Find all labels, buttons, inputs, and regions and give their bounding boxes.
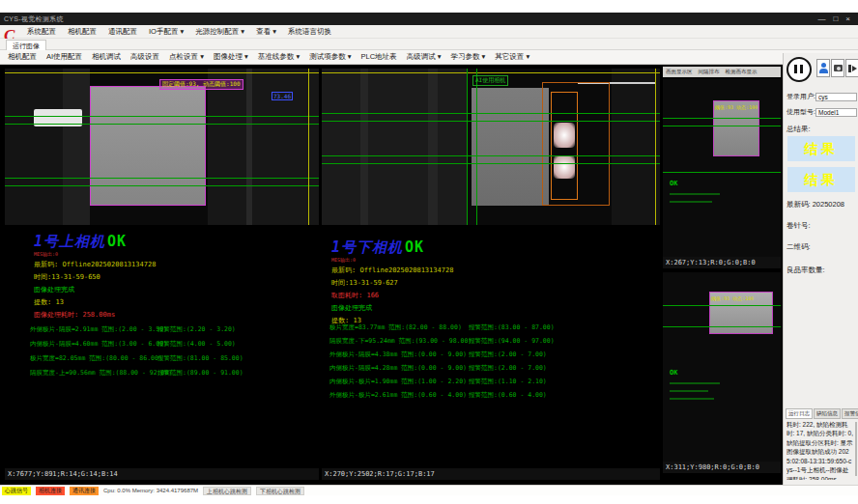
log-tabs: 运行日志 缺陷信息 报警信息: [786, 408, 857, 419]
overlay-green-line-3: [322, 155, 660, 156]
left-camera-info: 1号上相机OK MES输出:0 最新码: Offline202502081313…: [34, 233, 156, 320]
lower-camera-heartbeat: 下相机心跳检测: [256, 487, 304, 495]
user-icon: [821, 63, 826, 68]
user-lock-button[interactable]: [816, 59, 830, 77]
tool-ai-config[interactable]: AI使用配置: [46, 52, 82, 62]
measurement-row: 内侧极片-隔膜=4.28mm 范围:(0.00 - 9.00)报警范围:(2.0…: [329, 364, 656, 378]
preview-header-strip: 画面显示区 间隔排布 检测画布显示: [663, 67, 781, 77]
left-measurement-rows: 外侧极片-隔膜=2.91mm 范围:(2.00 - 3.50)报警范围:(2.2…: [30, 325, 315, 383]
overlay-green-line: [663, 305, 781, 306]
login-user-field[interactable]: cys: [815, 93, 857, 101]
process-done-line: 图像处理完成: [331, 303, 453, 313]
preview-text-smudge: [670, 390, 708, 392]
latest-code-label: 最新码: 20250208: [786, 200, 844, 210]
menu-item-view[interactable]: 查看 ▾: [256, 27, 276, 37]
bright-spot: [554, 155, 575, 179]
menu-item-camera-config[interactable]: 相机配置: [68, 27, 97, 37]
middle-camera-canvas[interactable]: AI使用相机: [322, 69, 660, 225]
alarm-text: 报警范围:(2.00 - 7.00): [469, 350, 547, 359]
pin-number-label: 卷针号:: [786, 221, 811, 231]
tool-baseline-params[interactable]: 基准线参数 ▾: [258, 52, 300, 62]
log-tab-run[interactable]: 运行日志: [786, 408, 813, 419]
alarm-text: 报警范围:(89.00 - 91.00): [157, 369, 243, 378]
control-panel: 登录用户: cys 使用型号: Model1 总结果: 结果 结果 最新码: 2…: [783, 53, 858, 485]
log-tab-defect[interactable]: 缺陷信息: [814, 408, 841, 419]
app-window: CYS-视觉检测系统 — □ × C 系统配置 相机配置 通讯配置 IO手配置 …: [0, 0, 858, 504]
menu-item-io-config[interactable]: IO手配置 ▾: [149, 27, 184, 37]
menu-item-light-config[interactable]: 光源控制配置 ▾: [195, 27, 244, 37]
blue-measure-marker: 73.46: [272, 92, 293, 100]
preview-canvas-top[interactable]: 阈值:93 动态:100 OK: [663, 79, 781, 257]
control-buttons: [786, 57, 856, 86]
preview-text-smudge: [670, 201, 712, 203]
camera-tool-button[interactable]: [831, 59, 844, 77]
tool-camera-config[interactable]: 相机配置: [8, 52, 37, 62]
machine-right-band: [208, 69, 319, 225]
measurement-row: 隔膜宽度-下=95.24mm 范围:(93.00 - 98.00)报警范围:(9…: [329, 337, 656, 350]
menu-item-system-config[interactable]: 系统配置: [27, 27, 56, 37]
close-icon[interactable]: ×: [845, 14, 850, 24]
alarm-text: 报警范围:(2.00 - 7.00): [469, 364, 547, 373]
log-tab-alarm[interactable]: 报警信息: [842, 408, 858, 419]
overlay-green-line: [663, 118, 781, 119]
overlay-green-line: [663, 126, 781, 126]
process-done-line: 图像处理完成: [34, 285, 156, 294]
tab-run-image[interactable]: 运行图像: [6, 40, 46, 50]
measurement-row: 内侧极片-极片=1.90mm 范围:(1.00 - 2.20)报警范围:(1.1…: [329, 378, 656, 391]
tool-other-settings[interactable]: 其它设置 ▾: [495, 52, 529, 62]
left-camera-panel: 固定阈值:93, 动态阈值:100 73.46 1号上相机OK MES输出:0 …: [5, 67, 319, 480]
alarm-text: 报警范围:(2.20 - 3.20): [157, 325, 236, 334]
upper-camera-heartbeat: 上相机心跳检测: [203, 487, 251, 495]
tool-plc-address-table[interactable]: PLC地址表: [361, 52, 397, 62]
preview-status-ok: OK: [670, 369, 677, 377]
tool-camera-debug[interactable]: 相机调试: [92, 52, 121, 62]
machine-right-rail: [246, 69, 252, 225]
tool-spot-check[interactable]: 点检设置 ▾: [169, 52, 204, 62]
tool-learning-params[interactable]: 学习参数 ▾: [450, 52, 485, 62]
exit-button[interactable]: [845, 59, 858, 77]
middle-camera-panel: AI使用相机 1号下相机OK MES输出:0 最新码: Offline20250…: [322, 67, 660, 480]
preview-status-ok: OK: [670, 180, 677, 187]
overlay-green-vline-2: [476, 69, 477, 225]
machine-column: [63, 69, 90, 225]
status-ok: OK: [107, 233, 127, 250]
minimize-icon[interactable]: —: [817, 14, 825, 24]
bright-spot: [554, 123, 575, 148]
tool-advanced-settings[interactable]: 高级设置: [130, 52, 159, 62]
left-camera-canvas[interactable]: 固定阈值:93, 动态阈值:100 73.46: [5, 69, 319, 225]
measure-text: 隔膜宽度-上=90.56mm 范围:(88.00 - 92.00): [30, 369, 172, 378]
preview-text-smudge: [670, 398, 714, 400]
model-label: 使用型号:: [786, 107, 815, 117]
maximize-icon[interactable]: □: [833, 14, 838, 24]
measurement-row: 内侧极片-隔膜=4.60mm 范围:(3.00 - 6.00)报警范围:(4.0…: [30, 340, 315, 354]
overlay-green-line: [663, 172, 781, 173]
preview-text-smudge: [670, 382, 720, 384]
status-bar: 心跳信号 相机连接 通讯连接 Cpu: 0.0% Memory: 3424.41…: [0, 485, 858, 495]
measure-text: 隔膜宽度-下=95.24mm 范围:(93.00 - 98.00): [329, 337, 472, 346]
machine-band-right: [612, 69, 660, 225]
menu-item-language-switch[interactable]: 系统语言切换: [288, 27, 331, 37]
model-field[interactable]: Model1: [815, 108, 857, 117]
measurement-row: 极片宽度=82.05mm 范围:(80.00 - 86.00)报警范围:(81.…: [30, 354, 315, 369]
overlay-green-line-4: [322, 163, 660, 164]
overlay-green-line-4: [5, 185, 319, 186]
pause-icon: [794, 65, 803, 73]
yield-count-label: 良品率数量:: [786, 266, 825, 275]
threshold-label: 固定阈值:93, 动态阈值:100: [159, 79, 243, 90]
tab-bar: 运行图像: [0, 39, 858, 50]
tool-image-processing[interactable]: 图像处理 ▾: [214, 52, 248, 62]
menu-item-comm-config[interactable]: 通讯配置: [108, 27, 137, 37]
log-scrollbar[interactable]: [855, 422, 857, 476]
measure-text: 外侧极片-隔膜=2.91mm 范围:(2.00 - 3.50): [30, 325, 167, 334]
pause-button[interactable]: [786, 57, 812, 82]
measurement-row: 极片宽度=83.77mm 范围:(82.00 - 88.00)报警范围:(83.…: [329, 323, 656, 337]
grab-time-line: 取图耗时: 166: [331, 291, 453, 300]
measure-text: 内侧极片-隔膜=4.60mm 范围:(3.00 - 6.00): [30, 340, 167, 349]
overlay-green-line-2: [5, 124, 319, 125]
tool-test-params[interactable]: 测试项参数 ▾: [309, 52, 351, 62]
machine-band-texture: [360, 69, 368, 225]
time-line: 时间:13-31-59-627: [331, 278, 453, 288]
preview-canvas-bottom[interactable]: 阈值:93 动态:100 OK: [663, 272, 781, 462]
middle-camera-title: 1号下相机OK: [331, 238, 453, 257]
tool-advanced-debug[interactable]: 高级调试 ▾: [407, 52, 442, 62]
